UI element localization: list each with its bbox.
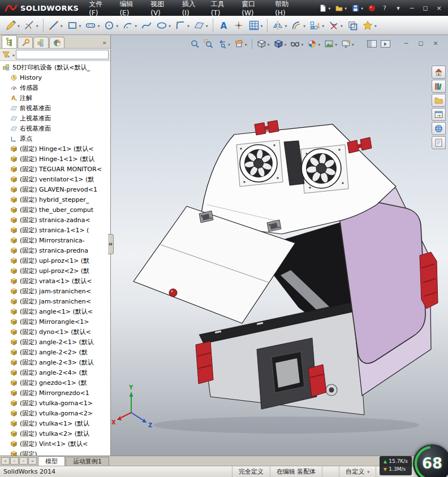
mirror-entities-button[interactable] [270, 18, 288, 33]
dropdown-caret-icon[interactable] [268, 38, 270, 49]
tree-item[interactable]: 上视基准面 [0, 113, 110, 123]
tree-item[interactable]: History [0, 72, 110, 83]
tab-model[interactable]: 模型 [38, 456, 65, 466]
tree-item[interactable]: (固定) stranica-predna [0, 245, 110, 255]
line-button[interactable] [46, 18, 64, 33]
tree-item[interactable]: (固定) GLAVEN-prevod<1 [0, 184, 110, 194]
tree-item[interactable]: 原点 [0, 133, 110, 144]
red-corner-bracket-right[interactable] [420, 252, 438, 309]
doc-restore-button[interactable]: ◻ [416, 38, 425, 47]
taskpane-view-palette-button[interactable] [432, 108, 446, 121]
custom-caret-icon[interactable] [367, 468, 369, 475]
tree-item[interactable]: (固定) vtulka-gorna<2> [0, 408, 110, 418]
zoom-to-fit-button[interactable] [189, 38, 201, 50]
dropdown-caret-icon[interactable] [206, 20, 208, 31]
dropdown-caret-icon[interactable] [318, 38, 320, 49]
tree-item[interactable]: (固定) angle-2<3> (默认 [0, 357, 110, 367]
tree-item[interactable]: (固定) jam-stranichen< [0, 296, 110, 306]
zoom-to-area-button[interactable] [203, 38, 214, 50]
maximize-button[interactable]: ◻ [419, 2, 432, 14]
door-knob[interactable] [169, 289, 177, 297]
panel-tab-propertymanager[interactable] [18, 37, 33, 48]
dropdown-caret-icon[interactable] [335, 38, 337, 49]
tree-item[interactable]: (固定) Mirrorstranica- [0, 235, 110, 245]
spline-button[interactable] [139, 18, 154, 33]
tree-item[interactable]: (固定) Hinge-1<1> (默认 [0, 154, 110, 164]
text-button[interactable]: A [216, 18, 231, 33]
close-button[interactable]: × [432, 2, 446, 14]
plane-button[interactable] [192, 18, 210, 33]
tree-item[interactable]: (固定) [0, 449, 110, 456]
filter-caret-icon[interactable] [12, 49, 15, 60]
tree-item[interactable]: (固定) TEGUAR MONITOR< [0, 164, 110, 174]
tree-item[interactable]: (固定) angle-2<2> (默 [0, 347, 110, 357]
tree-item[interactable]: A注解 [0, 93, 110, 103]
taskpane-solidworks-resources-button[interactable] [432, 66, 446, 79]
tree-item[interactable]: (固定) vrata<1> (默认< [0, 276, 110, 286]
tree-item[interactable]: (固定) stranica-1<1> ( [0, 225, 110, 235]
edit-appearance-button[interactable] [306, 37, 321, 50]
straight-slot-button[interactable] [83, 18, 101, 33]
tree-item[interactable]: (固定) vtulka-gorna<1> [0, 398, 110, 408]
tree-item[interactable]: (固定) vtulka<2> (默认 [0, 428, 110, 439]
panel-tab-featuremanager[interactable] [2, 35, 17, 48]
tree-item[interactable]: (固定) dyno<1> (默认< [0, 327, 110, 337]
dropdown-caret-icon[interactable] [61, 20, 63, 31]
dropdown-caret-icon[interactable] [116, 20, 118, 31]
point-button[interactable] [231, 18, 246, 33]
tree-item[interactable]: 右视基准面 [0, 123, 110, 133]
tree-item[interactable]: (固定) the_uber_comput [0, 205, 110, 215]
display-style-button[interactable] [273, 37, 288, 50]
panel-tab-configurationmanager[interactable] [33, 37, 49, 48]
tree-item[interactable]: (固定) upl-proz<1> (默 [0, 255, 110, 266]
dropdown-caret-icon[interactable] [245, 38, 247, 49]
hide-show-items-button[interactable] [289, 37, 304, 50]
dropdown-caret-icon[interactable] [328, 3, 330, 14]
tree-item[interactable]: (固定) vtulka<1> (默认 [0, 418, 110, 428]
panel-tabs-overflow[interactable]: » [102, 39, 110, 48]
red-bracket-base-center[interactable] [308, 365, 326, 397]
dropdown-caret-icon[interactable] [135, 20, 137, 31]
previous-view-button[interactable] [216, 37, 231, 50]
new-document-button[interactable] [317, 2, 332, 15]
view-settings-button[interactable] [340, 37, 355, 50]
taskpane-custom-properties-button[interactable] [432, 136, 446, 149]
filter-input[interactable] [16, 50, 109, 59]
panel-tab-displaymanager[interactable] [49, 37, 64, 48]
minimize-button[interactable]: ─ [405, 2, 419, 14]
dropdown-caret-icon[interactable] [361, 3, 363, 14]
optimizer-score-ball[interactable]: 68 [413, 444, 448, 477]
dropdown-caret-icon[interactable] [187, 20, 189, 31]
tree-item[interactable]: (固定) angle-2<1> (默认 [0, 337, 110, 347]
tab-scroll-button[interactable]: » [28, 457, 37, 465]
tree-item[interactable]: (固定) Mirrorgnezdo<1 [0, 388, 110, 398]
doc-minimize-button[interactable]: ─ [402, 38, 411, 47]
panel-splitter-handle[interactable] [108, 234, 114, 254]
tree-item[interactable]: (固定) angle<1> (默认< [0, 306, 110, 316]
dropdown-caret-icon[interactable] [285, 38, 287, 49]
taskpane-file-explorer-button[interactable] [432, 94, 446, 107]
red-orb-button[interactable] [366, 3, 378, 14]
section-view-button[interactable] [233, 37, 248, 50]
linear-pattern-button[interactable] [308, 18, 326, 33]
tree-item[interactable]: (固定) upl-proz<2> (默 [0, 266, 110, 276]
featuremanager-pane-toggle-button[interactable] [367, 40, 377, 47]
help-button[interactable]: ? [378, 2, 391, 14]
dropdown-caret-icon[interactable] [169, 20, 171, 31]
view-orientation-button[interactable] [256, 37, 271, 50]
tree-item[interactable]: (固定) stranica-zadna< [0, 215, 110, 225]
tab-scroll-button[interactable]: « [1, 457, 10, 465]
dropdown-caret-icon[interactable] [18, 20, 20, 31]
dropdown-caret-icon[interactable] [341, 20, 343, 31]
smart-dimension-button[interactable] [22, 18, 40, 33]
doc-close-button[interactable]: × [431, 38, 440, 47]
tree-item[interactable]: (固定) gnezdo<1> (默 [0, 378, 110, 388]
tree-item[interactable]: (固定) Vint<1> (默认< [0, 439, 110, 449]
tree-item[interactable]: (固定) hybrid_stepper_ [0, 194, 110, 205]
network-speed-widget[interactable]: 15.7K/s 1.3M/s [380, 456, 412, 475]
dropdown-caret-icon[interactable] [261, 20, 263, 31]
tab-scroll-button[interactable]: › [19, 457, 28, 465]
tree-item[interactable]: (固定) Mirrorangle<1> [0, 316, 110, 327]
tree-item[interactable]: (固定) jam-stranichen< [0, 286, 110, 296]
dropdown-caret-icon[interactable] [285, 20, 287, 31]
